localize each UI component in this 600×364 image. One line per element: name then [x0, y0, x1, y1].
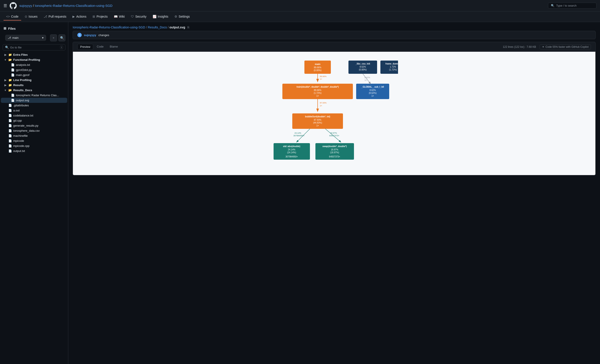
tab-settings[interactable]: ⚙ Settings — [172, 13, 193, 20]
file-tree: ▶ 📁 Extra Files ▾ 📂 Functional Profiling… — [0, 52, 68, 153]
breadcrumb-sep1: / — [146, 26, 147, 29]
tab-security[interactable]: 🛡 Security — [128, 13, 149, 20]
gitattributes-label: .gitattributes — [13, 104, 29, 107]
tab-settings-label: Settings — [179, 15, 190, 18]
sidebar-item-mpicode-cpp[interactable]: 📄 mpicode.cpp — [1, 143, 67, 149]
codebalance-label: codebalance.txt — [13, 114, 33, 117]
tab-blame[interactable]: Blame — [107, 44, 121, 50]
file-tabs: Preview Code Blame — [77, 44, 121, 50]
svg-text:64557373×: 64557373× — [329, 156, 340, 158]
svg-text:1.72%: 1.72% — [390, 66, 396, 68]
repo-owner-link[interactable]: sujoyyyy — [19, 4, 32, 8]
svg-text:24.14%: 24.14% — [294, 132, 301, 134]
svg-text:(0.00%): (0.00%) — [314, 69, 321, 72]
svg-line-25 — [363, 74, 370, 84]
svg-text:64557373×: 64557373× — [329, 135, 339, 137]
sidebar-item-line-profiling[interactable]: ▶ 📁 Line Profiling — [1, 77, 67, 83]
mpicode-label: mpicode — [13, 139, 24, 142]
sidebar-item-a-out[interactable]: 📄 a.out — [1, 108, 67, 113]
svg-text:89.66%: 89.66% — [320, 75, 327, 77]
svg-text:_libc_csu_init: _libc_csu_init — [355, 63, 370, 65]
commit-message: changes — [98, 33, 109, 37]
diagram-wrapper: main 89.66% (0.00%) _libc_csu_init 8.62%… — [80, 58, 589, 168]
github-logo-icon — [10, 2, 17, 9]
insights-icon: 📈 — [153, 15, 156, 18]
gprof2dot-label: gprof2dot.py — [16, 68, 32, 72]
tab-code[interactable]: Code — [94, 44, 106, 50]
sidebar-item-mpicode[interactable]: 📄 mpicode — [1, 138, 67, 143]
svg-text:swap(double*, double*): swap(double*, double*) — [322, 145, 347, 148]
tab-projects[interactable]: ⊞ Projects — [90, 13, 110, 20]
svg-text:(1.72%): (1.72%) — [389, 68, 397, 71]
files-panel-icon: ⊞ — [3, 27, 6, 30]
branch-selector[interactable]: ⎇ main ▾ — [5, 35, 46, 41]
copilot-icon: ✦ — [542, 45, 544, 48]
chevron-right-icon: ▶ — [3, 53, 7, 56]
svg-text:1×: 1× — [316, 124, 319, 127]
sidebar-item-results[interactable]: ▶ 📁 Results — [1, 83, 67, 88]
security-icon: 🛡 — [131, 15, 134, 18]
file-icon: 📄 — [11, 63, 15, 66]
flow-diagram: main 89.66% (0.00%) _libc_csu_init 8.62%… — [270, 58, 398, 168]
commit-bar: S sujoyyyy changes — [73, 31, 596, 39]
topbar-left: ☰ sujoyyyy / Ionospheric-Radar-Returns-C… — [3, 2, 112, 9]
hamburger-icon[interactable]: ☰ — [3, 3, 7, 8]
svg-text:8.62%: 8.62% — [360, 66, 366, 68]
sidebar-item-output-svg[interactable]: 📄 output.svg — [1, 98, 67, 103]
chevron-right-icon: ▶ — [3, 79, 7, 82]
folder-icon: 📂 — [8, 58, 12, 61]
sidebar-item-functional-profiling[interactable]: ▾ 📂 Functional Profiling — [1, 57, 67, 62]
add-file-button[interactable]: ＋ — [50, 34, 57, 41]
svg-text:(24.14%): (24.14%) — [287, 151, 296, 154]
sidebar-item-gitattributes[interactable]: 📄 .gitattributes — [1, 103, 67, 108]
file-icon: 📄 — [8, 144, 12, 148]
author-avatar: S — [77, 33, 82, 37]
file-icon: 📄 — [8, 109, 12, 112]
sidebar-item-codebalance[interactable]: 📄 codebalance.txt — [1, 113, 67, 118]
topbar: ☰ sujoyyyy / Ionospheric-Radar-Returns-C… — [0, 0, 600, 11]
issues-icon: ⊙ — [25, 15, 27, 18]
sidebar-item-results-docs[interactable]: ▾ 📂 Results_Docs — [1, 88, 67, 93]
repo-name-link[interactable]: Ionospheric-Radar-Returns-Classification… — [35, 4, 112, 8]
sidebar-item-output-txt[interactable]: 📄 output.txt — [1, 149, 67, 153]
svg-text:(0.00%): (0.00%) — [359, 68, 366, 71]
breadcrumb-folder-link[interactable]: Results_Docs — [148, 26, 167, 29]
sidebar-item-main-gprof[interactable]: 📄 main.gprof — [1, 73, 67, 77]
tab-insights[interactable]: 📈 Insights — [150, 13, 171, 20]
sidebar-item-ionospheric-radar[interactable]: 📄 Ionospheric Radar Returns Clas... — [1, 93, 67, 98]
copy-path-button[interactable]: ⎘ — [188, 26, 189, 29]
search-box[interactable]: 🔍 Type / to search — [548, 3, 597, 9]
sidebar-item-gprof2dot[interactable]: 📄 gprof2dot.py — [1, 67, 67, 73]
ionospheric-radar-label: Ionospheric Radar Returns Clas... — [16, 93, 59, 97]
sidebar-item-generate-results[interactable]: 📄 generate_results.py — [1, 123, 67, 128]
search-files-button[interactable]: 🔍 — [58, 34, 66, 41]
file-icon: 📄 — [8, 104, 12, 107]
sidebar-item-analysis-txt[interactable]: 📄 analysis.txt — [1, 62, 67, 67]
tab-code[interactable]: <> Code — [3, 13, 21, 20]
actions-icon: ▶ — [73, 15, 75, 18]
go-to-file-placeholder: Go to file — [10, 46, 22, 49]
tab-pull-requests[interactable]: ⎇ Pull requests — [41, 13, 69, 20]
tab-preview[interactable]: Preview — [77, 44, 93, 50]
copilot-badge[interactable]: ✦ Code 55% faster with GitHub Copilot — [540, 44, 591, 49]
svg-text:1×: 1× — [320, 78, 322, 80]
chevron-down-icon: ▾ — [3, 58, 7, 61]
output-svg-label: output.svg — [16, 99, 29, 102]
svg-text:1×: 1× — [371, 95, 374, 97]
branch-icon: ⎇ — [8, 36, 11, 39]
svg-text:std::abs(double): std::abs(double) — [283, 145, 300, 148]
tab-wiki-label: Wiki — [119, 15, 125, 18]
tab-projects-label: Projects — [96, 15, 108, 18]
sidebar-item-machinefile[interactable]: 📄 machinefile — [1, 133, 67, 138]
breadcrumb-repo-link[interactable]: Ionospheric-Radar-Returns-Classification… — [73, 26, 145, 29]
tab-issues[interactable]: ⊙ Issues — [22, 13, 40, 20]
svg-text:bubbleSort(double*, int): bubbleSort(double*, int) — [305, 115, 330, 118]
sidebar-item-gd-cpp[interactable]: 📄 gd.cpp — [1, 118, 67, 123]
nav-tabs: <> Code ⊙ Issues ⎇ Pull requests ▶ Actio… — [0, 11, 600, 22]
tab-wiki[interactable]: 📖 Wiki — [111, 13, 127, 20]
tab-actions[interactable]: ▶ Actions — [70, 13, 89, 20]
sidebar-item-ionosphere-data[interactable]: 📄 ionosphere_data.csv — [1, 128, 67, 133]
svg-text:(18.97%): (18.97%) — [330, 151, 339, 154]
sidebar-item-extra-files[interactable]: ▶ 📁 Extra Files — [1, 52, 67, 57]
sidebar-header: ⊞ Files — [0, 25, 68, 32]
